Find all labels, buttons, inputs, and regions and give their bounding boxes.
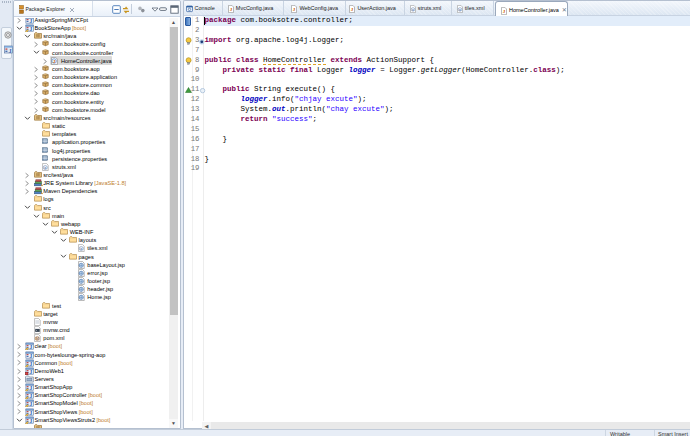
svg-text:J: J <box>29 345 32 351</box>
svg-text:J: J <box>9 48 12 54</box>
svg-text:J: J <box>29 385 32 391</box>
svg-text:x: x <box>80 246 82 251</box>
svg-text:x: x <box>412 8 414 12</box>
svg-text:J: J <box>29 418 32 424</box>
svg-text:M: M <box>35 337 38 341</box>
svg-text:x: x <box>459 8 461 12</box>
svg-text:J: J <box>29 402 32 408</box>
svg-text:J: J <box>29 26 32 32</box>
svg-text:x: x <box>45 165 47 170</box>
svg-text:J: J <box>29 18 32 24</box>
svg-text:J: J <box>29 361 32 367</box>
